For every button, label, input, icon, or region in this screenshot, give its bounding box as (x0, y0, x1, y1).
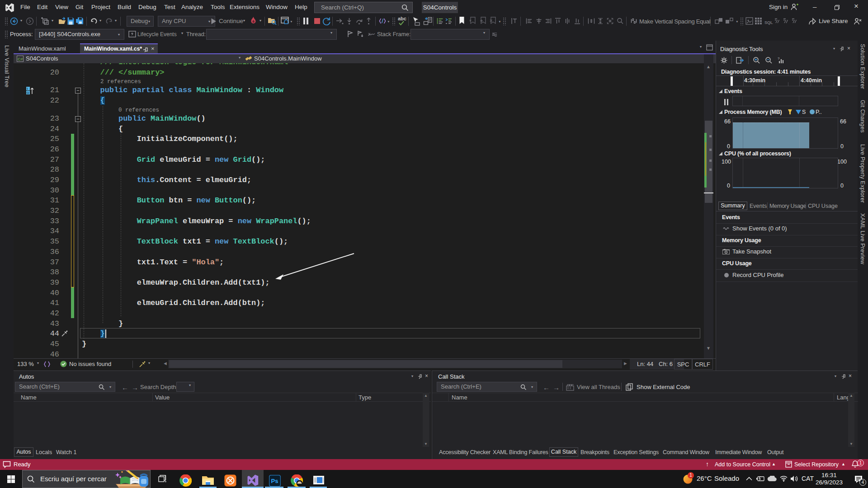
svg-text:?: ? (778, 56, 780, 61)
svg-text:I: I (27, 87, 28, 90)
svg-text:C#: C# (18, 57, 23, 61)
svg-text:O: O (27, 91, 29, 94)
svg-text:Ps: Ps (271, 478, 278, 484)
